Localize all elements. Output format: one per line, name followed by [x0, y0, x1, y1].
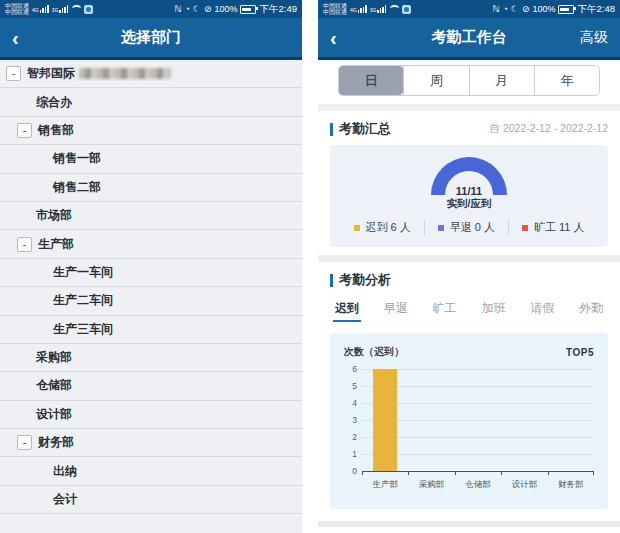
- tree-node[interactable]: 会计: [0, 486, 302, 514]
- tree-node-label: 智邦国际: [27, 65, 75, 82]
- page-title: 选择部门: [0, 28, 302, 47]
- segment-month[interactable]: 月: [469, 66, 534, 95]
- y-axis-ticks: 6 5 4 3 2 1 0: [344, 369, 362, 471]
- back-button[interactable]: ‹: [330, 28, 337, 48]
- analysis-title: 考勤分析: [339, 271, 391, 289]
- tree-node[interactable]: 生产三车间: [0, 316, 302, 344]
- battery-icon: [240, 5, 256, 14]
- screen-attendance-workbench: 中国联通 中国联通 4G 3G ℕ ◔ ☾ ⊘ 100% 下午2:48 ‹: [318, 0, 620, 533]
- tree-node-label: 销售二部: [53, 179, 101, 196]
- battery-icon: [558, 5, 574, 14]
- tree-node[interactable]: 采购部: [0, 344, 302, 372]
- notification-dot-icon: [402, 5, 411, 14]
- tree-node-label: 设计部: [36, 406, 72, 423]
- mute-icon: ⊘: [204, 5, 212, 14]
- status-time: 下午2:48: [578, 3, 616, 16]
- section-divider: [318, 521, 620, 527]
- tree-node-label: 销售一部: [53, 150, 101, 167]
- moon-icon: ☾: [511, 5, 519, 14]
- moon-icon: ☾: [193, 5, 201, 14]
- status-time: 下午2:49: [260, 3, 298, 16]
- legend-early-leave: 早退 0 人: [424, 220, 508, 235]
- signal-icon-sim1: 4G: [32, 5, 49, 13]
- summary-section-header: 考勤汇总 自 2022-2-12 - 2022-2-12: [318, 111, 620, 145]
- tab-absent[interactable]: 旷工: [432, 298, 458, 327]
- tree-node-label: 销售部: [38, 122, 74, 139]
- screens-gap: [302, 0, 318, 533]
- bar-chart: 6 5 4 3 2 1 0: [344, 369, 594, 472]
- tree-node-label: 生产二车间: [53, 292, 113, 309]
- tree-node-label: 出纳: [53, 463, 77, 480]
- chart-header: 次数（迟到） TOP5: [344, 345, 594, 359]
- tree-node-label: 生产一车间: [53, 264, 113, 281]
- bar-late-production: [373, 369, 397, 471]
- carrier-2: 中国联通: [5, 9, 29, 16]
- tree-node[interactable]: 仓储部: [0, 372, 302, 400]
- tree-node[interactable]: 市场部: [0, 202, 302, 230]
- section-divider: [318, 255, 620, 262]
- legend-swatch-red: [522, 225, 528, 231]
- status-bar: 中国联通 中国联通 4G 3G ℕ ◔ ☾ ⊘ 100% 下午2:49: [0, 0, 302, 18]
- tree-node-label: 生产部: [38, 236, 74, 253]
- tab-overtime[interactable]: 加班: [480, 298, 506, 327]
- segment-year[interactable]: 年: [534, 66, 599, 95]
- tab-late[interactable]: 迟到: [334, 298, 360, 327]
- advanced-button[interactable]: 高级: [580, 29, 608, 47]
- segment-week[interactable]: 周: [403, 66, 468, 95]
- summary-legend: 迟到 6 人 早退 0 人 旷工 11 人: [338, 220, 600, 235]
- collapse-toggle-icon[interactable]: -: [17, 435, 32, 450]
- collapse-toggle-icon[interactable]: -: [17, 123, 32, 138]
- chart-title: 次数（迟到）: [344, 345, 404, 359]
- back-button[interactable]: ‹: [12, 28, 19, 48]
- analysis-tabs: 迟到 早退 旷工 加班 请假 外勤: [318, 296, 620, 327]
- tree-node[interactable]: 设计部: [0, 401, 302, 429]
- tree-node[interactable]: 综合办: [0, 88, 302, 116]
- page-title: 考勤工作台: [318, 28, 620, 47]
- tree-node[interactable]: 出纳: [0, 457, 302, 485]
- signal-icon-sim2: 3G: [52, 5, 69, 13]
- tree-node-label: 市场部: [36, 207, 72, 224]
- tree-node-label: 综合办: [36, 94, 72, 111]
- tree-node[interactable]: - 生产部: [0, 230, 302, 258]
- tab-leave[interactable]: 请假: [529, 298, 555, 327]
- x-axis-ticks: [362, 471, 594, 475]
- gauge-value: 11/11: [431, 185, 507, 197]
- late-count-bar-chart-card: 次数（迟到） TOP5 6 5 4 3 2 1 0: [330, 333, 608, 509]
- wifi-icon: [390, 5, 399, 12]
- mute-icon: ⊘: [522, 5, 530, 14]
- tree-node-label: 生产三车间: [53, 321, 113, 338]
- section-divider: [318, 104, 620, 111]
- period-segmented-control: 日 周 月 年: [338, 65, 600, 96]
- segment-day[interactable]: 日: [339, 66, 403, 95]
- tree-node[interactable]: 销售二部: [0, 174, 302, 202]
- notification-dot-icon: [84, 5, 93, 14]
- tree-node[interactable]: - 财务部: [0, 429, 302, 457]
- nfc-icon: ℕ: [492, 5, 499, 14]
- tab-field-work[interactable]: 外勤: [578, 298, 604, 327]
- battery-percent: 100%: [214, 4, 237, 14]
- redacted-text: [79, 68, 171, 79]
- tab-early-leave[interactable]: 早退: [383, 298, 409, 327]
- battery-percent: 100%: [532, 4, 555, 14]
- tree-node[interactable]: 销售一部: [0, 145, 302, 173]
- date-range: 自 2022-2-12 - 2022-2-12: [490, 122, 609, 136]
- active-tab-underline: [333, 320, 361, 322]
- tree-node[interactable]: - 销售部: [0, 117, 302, 145]
- accent-bar-icon: [330, 123, 333, 136]
- tree-node-root[interactable]: - 智邦国际: [0, 60, 302, 88]
- screen-select-department: 中国联通 中国联通 4G 3G ℕ ◔ ☾ ⊘ 100% 下午2:49 ‹: [0, 0, 302, 533]
- collapse-toggle-icon[interactable]: -: [17, 237, 32, 252]
- legend-swatch-purple: [438, 225, 444, 231]
- carrier-labels: 中国联通 中国联通: [323, 3, 347, 16]
- tree-node[interactable]: 生产一车间: [0, 259, 302, 287]
- status-bar: 中国联通 中国联通 4G 3G ℕ ◔ ☾ ⊘ 100% 下午2:48: [318, 0, 620, 18]
- signal-icon-sim2: 3G: [370, 5, 387, 13]
- nfc-icon: ℕ: [174, 5, 181, 14]
- legend-swatch-yellow: [354, 225, 360, 231]
- tree-node[interactable]: 生产二车间: [0, 287, 302, 315]
- analysis-section-header: 考勤分析: [318, 262, 620, 296]
- collapse-toggle-icon[interactable]: -: [6, 66, 21, 81]
- tree-node-label: 会计: [53, 491, 77, 508]
- carrier-2: 中国联通: [323, 9, 347, 16]
- wifi-icon: [72, 5, 81, 12]
